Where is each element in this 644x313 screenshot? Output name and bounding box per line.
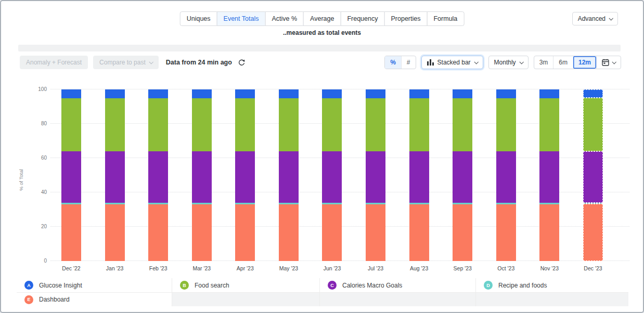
bar-sep-23[interactable] [453, 89, 472, 261]
bar-segment-calories-macro-goals[interactable] [322, 151, 342, 203]
bar-may-23[interactable] [279, 89, 299, 261]
bar-dec-23[interactable] [583, 89, 603, 261]
bar-segment-calories-macro-goals[interactable] [366, 151, 385, 203]
legend-item-food-search[interactable]: BFood search [172, 278, 319, 292]
bar-segment-food-search[interactable] [235, 98, 255, 151]
legend-label: Food search [195, 282, 229, 289]
bar-segment-food-search[interactable] [366, 98, 385, 151]
bar-segment-food-search[interactable] [409, 98, 429, 151]
bar-segment-calories-macro-goals[interactable] [148, 151, 168, 203]
x-axis-label-apr-23: Apr '23 [228, 265, 262, 271]
legend-badge-b: B [180, 281, 189, 290]
x-axis-label-aug-23: Aug '23 [403, 265, 436, 271]
x-axis-label-may-23: May '23 [272, 265, 305, 271]
y-tick-label: 80 [17, 121, 47, 126]
bar-segment-dashboard[interactable] [61, 204, 81, 261]
bar-segment-glucose-insight[interactable] [496, 89, 516, 98]
bar-segment-dashboard[interactable] [496, 204, 516, 261]
legend-badge-e: E [24, 295, 33, 304]
bar-segment-glucose-insight[interactable] [61, 89, 81, 98]
bar-segment-food-search[interactable] [496, 98, 516, 151]
bar-segment-food-search[interactable] [583, 98, 603, 151]
legend-label: Recipe and foods [498, 282, 547, 289]
legend-label: Dashboard [39, 296, 70, 303]
bar-segment-food-search[interactable] [148, 98, 168, 151]
bar-apr-23[interactable] [235, 89, 255, 261]
bar-segment-dashboard[interactable] [322, 204, 342, 261]
bar-segment-dashboard[interactable] [366, 204, 385, 261]
bar-nov-23[interactable] [539, 89, 559, 261]
bar-segment-dashboard[interactable] [539, 204, 559, 261]
bar-segment-calories-macro-goals[interactable] [453, 151, 472, 203]
x-axis-label-jul-23: Jul '23 [359, 265, 392, 271]
y-tick-label: 0 [17, 258, 47, 264]
bar-segment-calories-macro-goals[interactable] [279, 151, 299, 203]
bar-segment-glucose-insight[interactable] [539, 89, 559, 98]
bar-segment-glucose-insight[interactable] [148, 89, 168, 98]
bar-segment-glucose-insight[interactable] [409, 89, 429, 98]
bar-segment-food-search[interactable] [192, 98, 212, 151]
bar-segment-calories-macro-goals[interactable] [192, 151, 212, 203]
bar-dec-22[interactable] [61, 89, 81, 261]
bar-segment-food-search[interactable] [453, 98, 472, 151]
bar-segment-dashboard[interactable] [583, 204, 603, 261]
x-axis-label-mar-23: Mar '23 [185, 265, 218, 271]
bar-segment-glucose-insight[interactable] [322, 89, 342, 98]
legend-item-glucose-insight[interactable]: AGlucose Insight [17, 278, 172, 292]
bar-segment-dashboard[interactable] [148, 204, 168, 261]
x-axis-label-jan-23: Jan '23 [98, 265, 132, 271]
bar-segment-glucose-insight[interactable] [366, 89, 385, 98]
bar-segment-calories-macro-goals[interactable] [496, 151, 516, 203]
bar-segment-dashboard[interactable] [192, 204, 212, 261]
x-axis-label-oct-23: Oct '23 [490, 265, 523, 271]
y-axis-title: % of Total [18, 169, 24, 191]
bar-segment-dashboard[interactable] [409, 204, 429, 261]
legend-badge-d: D [484, 281, 493, 290]
bar-feb-23[interactable] [148, 89, 168, 261]
bar-segment-calories-macro-goals[interactable] [105, 151, 125, 203]
legend-label: Glucose Insight [39, 282, 82, 289]
bar-aug-23[interactable] [409, 89, 429, 261]
bar-segment-glucose-insight[interactable] [192, 89, 212, 98]
bar-segment-food-search[interactable] [279, 98, 299, 151]
y-tick-label: 40 [17, 189, 47, 195]
bar-segment-food-search[interactable] [105, 98, 125, 151]
bar-segment-calories-macro-goals[interactable] [539, 151, 559, 203]
bar-segment-dashboard[interactable] [235, 204, 255, 261]
bar-segment-glucose-insight[interactable] [279, 89, 299, 98]
y-tick-label: 20 [17, 224, 47, 229]
x-axis-label-dec-23: Dec '23 [576, 265, 610, 271]
x-axis-label-jun-23: Jun '23 [315, 265, 349, 271]
y-tick-label: 60 [17, 155, 47, 161]
bar-mar-23[interactable] [192, 89, 212, 261]
legend-label: Calories Macro Goals [342, 282, 402, 289]
legend-item-calories-macro-goals[interactable]: CCalories Macro Goals [319, 278, 475, 292]
bar-segment-food-search[interactable] [61, 98, 81, 151]
bar-segment-dashboard[interactable] [105, 204, 125, 261]
bar-segment-glucose-insight[interactable] [453, 89, 472, 98]
bar-jun-23[interactable] [322, 89, 342, 261]
bar-segment-food-search[interactable] [539, 98, 559, 151]
bar-segment-glucose-insight[interactable] [583, 89, 603, 98]
bar-segment-glucose-insight[interactable] [105, 89, 125, 98]
legend-item-recipe-and-foods[interactable]: DRecipe and foods [475, 278, 628, 292]
bar-segment-food-search[interactable] [322, 98, 342, 151]
bar-jan-23[interactable] [105, 89, 125, 261]
x-axis-label-sep-23: Sep '23 [446, 265, 479, 271]
bar-oct-23[interactable] [496, 89, 516, 261]
x-axis-label-nov-23: Nov '23 [533, 265, 566, 271]
bar-segment-calories-macro-goals[interactable] [235, 151, 255, 203]
bar-segment-calories-macro-goals[interactable] [409, 151, 429, 203]
stacked-bar-chart: % of Total 020406080100Dec '22Jan '23Feb… [1, 1, 643, 312]
x-axis-label-dec-22: Dec '22 [55, 265, 88, 271]
bar-segment-calories-macro-goals[interactable] [61, 151, 81, 203]
bar-segment-dashboard[interactable] [279, 204, 299, 261]
plot-area [50, 89, 629, 261]
bar-segment-glucose-insight[interactable] [235, 89, 255, 98]
legend-item-dashboard[interactable]: EDashboard [17, 292, 172, 306]
bar-segment-calories-macro-goals[interactable] [583, 151, 603, 203]
chart-legend: AGlucose InsightBFood searchCCalories Ma… [17, 278, 628, 306]
bar-jul-23[interactable] [366, 89, 385, 261]
legend-empty-cell [172, 292, 319, 306]
bar-segment-dashboard[interactable] [453, 204, 472, 261]
